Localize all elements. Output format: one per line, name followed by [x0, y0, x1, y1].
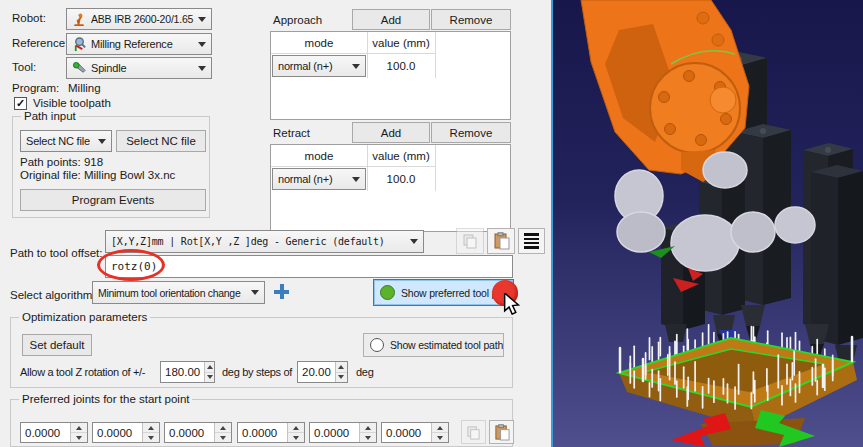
- tool-select[interactable]: Spindle: [66, 57, 212, 79]
- approach-table: mode value (mm) normal (n+) 100.0: [270, 31, 511, 120]
- preferred-joints-title: Preferred joints for the start point: [19, 393, 192, 405]
- tool-icon: [72, 61, 87, 76]
- approach-value-cell[interactable]: 100.0: [367, 54, 435, 77]
- joint-5-spinbox[interactable]: 0.0000: [309, 422, 377, 443]
- offset-label: Path to tool offset:: [10, 247, 103, 259]
- joint-4-value: 0.0000: [238, 423, 287, 442]
- rotation-value: 180.00: [161, 362, 204, 382]
- 3d-scene: [553, 0, 863, 447]
- robot-label: Robot:: [12, 12, 46, 24]
- spin-buttons[interactable]: [287, 423, 304, 442]
- tool-label: Tool:: [12, 61, 36, 73]
- chevron-down-icon: [352, 177, 360, 182]
- offset-format-select[interactable]: [X,Y,Z]mm | Rot[X,Y ,Z ]deg - Generic (d…: [105, 230, 424, 253]
- chevron-down-icon: [198, 66, 206, 71]
- copy-icon: [466, 425, 481, 440]
- approach-col-value: value (mm): [367, 32, 435, 53]
- program-events-button[interactable]: Program Events: [20, 189, 206, 211]
- spin-buttons[interactable]: [204, 362, 214, 382]
- approach-mode-value: normal (n+): [278, 60, 348, 72]
- robot-icon: [72, 12, 87, 27]
- joint-6-value: 0.0000: [382, 423, 431, 442]
- 3d-viewport[interactable]: [551, 0, 863, 447]
- joint-2-spinbox[interactable]: 0.0000: [92, 422, 160, 443]
- joints-copy-button[interactable]: [461, 420, 486, 444]
- robot-select[interactable]: ABB IRB 2600-20/1.65: [66, 8, 212, 30]
- original-file-text: Original file: Milling Bowl 3x.nc: [20, 169, 175, 181]
- joint-1-value: 0.0000: [21, 423, 70, 442]
- spin-buttons[interactable]: [431, 423, 448, 442]
- approach-label: Approach: [273, 14, 322, 26]
- algorithm-select[interactable]: Minimum tool orientation change: [92, 281, 265, 304]
- menu-icon: [524, 233, 539, 249]
- nc-file-dropdown[interactable]: Select NC file: [20, 130, 112, 152]
- retract-col-value: value (mm): [367, 145, 435, 166]
- reference-value: Milling Reference: [91, 38, 194, 50]
- paste-icon: [494, 424, 510, 441]
- approach-remove-button[interactable]: Remove: [431, 9, 511, 30]
- menu-button[interactable]: [518, 228, 545, 254]
- paste-button[interactable]: [487, 228, 515, 254]
- robot-machining-window: Robot: ABB IRB 2600-20/1.65 Reference: M…: [0, 0, 863, 447]
- joint-3-value: 0.0000: [165, 423, 214, 442]
- retract-add-button[interactable]: Add: [352, 122, 430, 143]
- program-value: Milling: [68, 82, 101, 94]
- offset-expression-input[interactable]: rotz(0): [105, 255, 513, 278]
- set-default-button[interactable]: Set default: [22, 334, 92, 356]
- approach-add-button[interactable]: Add: [352, 9, 430, 30]
- robot-value: ABB IRB 2600-20/1.65: [91, 13, 194, 25]
- retract-mode-select[interactable]: normal (n+): [272, 168, 366, 190]
- spin-buttons[interactable]: [214, 423, 231, 442]
- approach-mode-select[interactable]: normal (n+): [272, 55, 366, 77]
- algorithm-label: Select algorithm:: [10, 289, 96, 301]
- joint-2-value: 0.0000: [93, 423, 142, 442]
- joint-6-spinbox[interactable]: 0.0000: [381, 422, 449, 443]
- visible-toolpath-checkbox[interactable]: ✓: [14, 97, 27, 110]
- cursor-icon: [503, 293, 521, 315]
- copy-icon: [462, 233, 478, 249]
- spin-buttons[interactable]: [142, 423, 159, 442]
- chevron-down-icon: [198, 17, 206, 22]
- settings-panel: Robot: ABB IRB 2600-20/1.65 Reference: M…: [0, 0, 551, 447]
- visible-toolpath-label: Visible toolpath: [33, 97, 111, 109]
- step-spinbox[interactable]: 20.00: [297, 361, 348, 383]
- reference-label: Reference:: [12, 37, 68, 49]
- rotation-prefix-label: Allow a tool Z rotation of +/-: [20, 366, 145, 378]
- nc-file-dropdown-value: Select NC file: [26, 135, 94, 147]
- tool-value: Spindle: [91, 62, 194, 74]
- program-label: Program:: [12, 82, 59, 94]
- retract-remove-button[interactable]: Remove: [431, 122, 511, 143]
- plus-icon: [274, 284, 289, 299]
- chevron-down-icon: [352, 64, 360, 69]
- spin-buttons[interactable]: [335, 362, 347, 382]
- path-points-text: Path points: 918: [20, 156, 103, 168]
- annotation-ellipse: [97, 249, 165, 281]
- chevron-down-icon: [251, 290, 259, 295]
- joint-1-spinbox[interactable]: 0.0000: [20, 422, 88, 443]
- add-algorithm-button[interactable]: [274, 284, 289, 299]
- joint-3-spinbox[interactable]: 0.0000: [164, 422, 232, 443]
- radio-on-icon: [380, 285, 395, 300]
- radio-off-icon: [370, 338, 384, 352]
- show-estimated-toolpath-button[interactable]: Show estimated tool path: [363, 333, 504, 357]
- joint-4-spinbox[interactable]: 0.0000: [237, 422, 305, 443]
- retract-value-cell[interactable]: 100.0: [367, 167, 435, 190]
- retract-col-mode: mode: [271, 145, 367, 166]
- chevron-down-icon: [410, 239, 418, 244]
- spin-buttons[interactable]: [359, 423, 376, 442]
- reference-select[interactable]: Milling Reference: [66, 33, 212, 55]
- step-value: 20.00: [298, 362, 335, 382]
- retract-label: Retract: [273, 127, 310, 139]
- rotation-spinbox[interactable]: 180.00: [160, 361, 215, 383]
- retract-table: mode value (mm) normal (n+) 100.0: [270, 144, 511, 232]
- joints-paste-button[interactable]: [489, 420, 514, 444]
- retract-mode-value: normal (n+): [278, 173, 348, 185]
- path-input-title: Path input: [21, 110, 79, 122]
- spin-buttons[interactable]: [70, 423, 87, 442]
- chevron-down-icon: [98, 139, 106, 144]
- algorithm-value: Minimum tool orientation change: [98, 287, 247, 299]
- select-nc-file-button[interactable]: Select NC file: [116, 130, 206, 152]
- reference-frame-icon: [72, 37, 87, 52]
- copy-button[interactable]: [456, 228, 484, 254]
- offset-format-value: [X,Y,Z]mm | Rot[X,Y ,Z ]deg - Generic (d…: [111, 236, 406, 247]
